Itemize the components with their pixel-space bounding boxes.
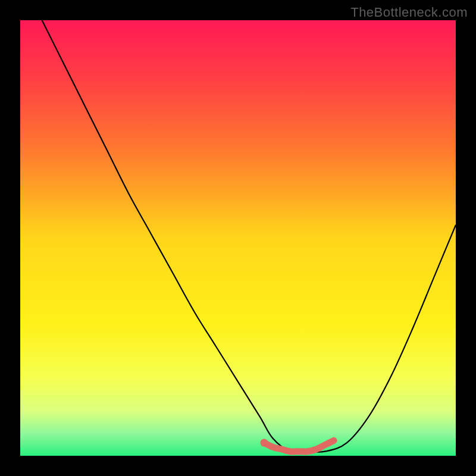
bottleneck-chart [20, 20, 456, 456]
optimal-start-dot [260, 439, 268, 447]
chart-frame: TheBottleneck.com [0, 0, 476, 476]
gradient-background [20, 20, 456, 456]
watermark-text: TheBottleneck.com [350, 5, 468, 20]
plot-area [20, 20, 456, 456]
